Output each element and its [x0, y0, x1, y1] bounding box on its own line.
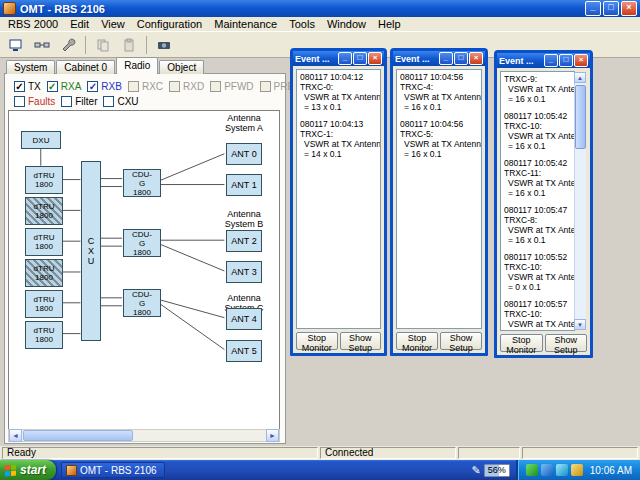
scroll-left-arrow[interactable]: ◄ [9, 429, 22, 442]
battery-indicator[interactable]: 56% [484, 464, 510, 477]
scroll-up-arrow[interactable]: ▲ [574, 72, 586, 83]
tab-cabinet-0[interactable]: Cabinet 0 [56, 60, 115, 74]
menu-configuration[interactable]: Configuration [131, 18, 208, 30]
taskbar-button-omt[interactable]: OMT - RBS 2106 [61, 462, 165, 478]
maximize-button[interactable]: □ [559, 54, 573, 67]
dtru-box-5[interactable]: dTRU 1800 [25, 321, 63, 349]
titlebar[interactable]: OMT - RBS 2106 _ □ × [0, 0, 640, 17]
tab-object[interactable]: Object [159, 60, 204, 74]
event-time: 080117 10:04:12 [300, 72, 379, 82]
dtru-box-1[interactable]: dTRU 1800 [25, 197, 63, 225]
dtru-box-0[interactable]: dTRU 1800 [25, 166, 63, 194]
dxu-box[interactable]: DXU [21, 131, 61, 149]
show-setup-button[interactable]: Show Setup [440, 332, 482, 350]
start-button[interactable]: start [0, 460, 56, 480]
checkbox-faults[interactable]: Faults [14, 96, 55, 107]
stop-monitor-button[interactable]: Stop Monitor [396, 332, 438, 350]
rxd-checkbox-box[interactable] [169, 81, 180, 92]
checkbox-rxa[interactable]: ✓RXA [47, 81, 82, 92]
ant-box-3[interactable]: ANT 3 [226, 261, 262, 283]
ant-box-2[interactable]: ANT 2 [226, 230, 262, 252]
minimize-button[interactable]: _ [585, 1, 601, 16]
dtru-box-4[interactable]: dTRU 1800 [25, 290, 63, 318]
ant-box-0[interactable]: ANT 0 [226, 143, 262, 165]
event-window-titlebar[interactable]: Event ..._□× [393, 51, 485, 66]
tray-icon-2[interactable] [541, 464, 553, 476]
checkbox-filter[interactable]: Filter [61, 96, 97, 107]
cdu-box-1[interactable]: CDU-G 1800 [123, 229, 161, 257]
checkbox-label-rxa: RXA [61, 81, 82, 92]
event-window-titlebar[interactable]: Event ..._□× [293, 51, 384, 66]
tx-checkbox-box[interactable]: ✓ [14, 81, 25, 92]
stop-monitor-button[interactable]: Stop Monitor [500, 334, 543, 352]
close-button[interactable]: × [574, 54, 588, 67]
tab-radio[interactable]: Radio [116, 57, 158, 74]
event-list[interactable]: 080117 10:04:56TRXC-4:VSWR at TX Antenna… [396, 69, 482, 329]
pref-checkbox-box[interactable] [260, 81, 271, 92]
event-entry: 080117 10:05:47TRXC-8:VSWR at TX Antenna… [504, 205, 573, 245]
maximize-button[interactable]: □ [603, 1, 619, 16]
checkbox-rxc[interactable]: RXC [128, 81, 163, 92]
event-window-buttons: Stop MonitorShow Setup [500, 334, 587, 352]
ant-box-1[interactable]: ANT 1 [226, 174, 262, 196]
toolbar-connect-button[interactable] [30, 33, 54, 57]
menu-maintenance[interactable]: Maintenance [208, 18, 283, 30]
menu-rbs-2000[interactable]: RBS 2000 [2, 18, 64, 30]
close-button[interactable]: × [469, 52, 483, 65]
stop-monitor-button[interactable]: Stop Monitor [296, 332, 338, 350]
tray-icon-1[interactable] [526, 464, 538, 476]
menu-help[interactable]: Help [372, 18, 407, 30]
minimize-button[interactable]: _ [544, 54, 558, 67]
menu-edit[interactable]: Edit [64, 18, 95, 30]
toolbar-view-button[interactable] [4, 33, 28, 57]
faults-checkbox-box[interactable] [14, 96, 25, 107]
event-list[interactable]: 080117 10:04:12TRXC-0:VSWR at TX Antenna… [296, 69, 381, 329]
minimize-button[interactable]: _ [439, 52, 453, 65]
maximize-button[interactable]: □ [454, 52, 468, 65]
scrollbar-thumb[interactable] [23, 430, 133, 441]
tray-icon-4[interactable] [571, 464, 583, 476]
cdu-box-2[interactable]: CDU-G 1800 [123, 289, 161, 317]
checkbox-rxd[interactable]: RXD [169, 81, 204, 92]
diagram-horizontal-scrollbar[interactable]: ◄ ► [8, 429, 280, 442]
checkbox-rxb[interactable]: ✓RXB [87, 81, 122, 92]
dtru-box-2[interactable]: dTRU 1800 [25, 228, 63, 256]
maximize-button[interactable]: □ [353, 52, 367, 65]
show-setup-button[interactable]: Show Setup [545, 334, 588, 352]
event-list[interactable]: TRXC-9:VSWR at TX Antenna:= 16 x 0.10801… [500, 71, 575, 331]
cxu-box[interactable]: CXU [81, 161, 101, 341]
dtru-box-3[interactable]: dTRU 1800 [25, 259, 63, 287]
tab-system[interactable]: System [6, 60, 55, 74]
checkbox-tx[interactable]: ✓TX [14, 81, 41, 92]
rxc-checkbox-box[interactable] [128, 81, 139, 92]
pen-input-icon[interactable]: ✎ [472, 464, 481, 477]
show-setup-button[interactable]: Show Setup [340, 332, 382, 350]
ant-box-4[interactable]: ANT 4 [226, 308, 262, 330]
menubar: RBS 2000EditViewConfigurationMaintenance… [0, 17, 640, 32]
scroll-down-arrow[interactable]: ▼ [574, 319, 586, 330]
menu-window[interactable]: Window [321, 18, 372, 30]
cdu-box-0[interactable]: CDU-G 1800 [123, 169, 161, 197]
menu-view[interactable]: View [95, 18, 131, 30]
close-button[interactable]: × [621, 1, 637, 16]
filter-checkbox-box[interactable] [61, 96, 72, 107]
checkbox-pfwd[interactable]: PFWD [210, 81, 253, 92]
minimize-button[interactable]: _ [338, 52, 352, 65]
toolbar-configure-button[interactable] [56, 33, 80, 57]
event-list-scrollbar[interactable]: ▲▼ [574, 72, 586, 330]
ant-box-5[interactable]: ANT 5 [226, 340, 262, 362]
event-window-titlebar[interactable]: Event ..._□× [497, 53, 590, 68]
close-button[interactable]: × [368, 52, 382, 65]
pfwd-checkbox-box[interactable] [210, 81, 221, 92]
rxa-checkbox-box[interactable]: ✓ [47, 81, 58, 92]
toolbar-monitor-button[interactable] [152, 33, 176, 57]
toolbar-disabled-button-1[interactable] [91, 33, 115, 57]
cxu-checkbox-box[interactable] [103, 96, 114, 107]
menu-tools[interactable]: Tools [283, 18, 321, 30]
scrollbar-thumb[interactable] [575, 85, 586, 149]
toolbar-disabled-button-2[interactable] [117, 33, 141, 57]
tray-icon-3[interactable] [556, 464, 568, 476]
checkbox-cxu[interactable]: CXU [103, 96, 138, 107]
scroll-right-arrow[interactable]: ► [266, 429, 279, 442]
rxb-checkbox-box[interactable]: ✓ [87, 81, 98, 92]
